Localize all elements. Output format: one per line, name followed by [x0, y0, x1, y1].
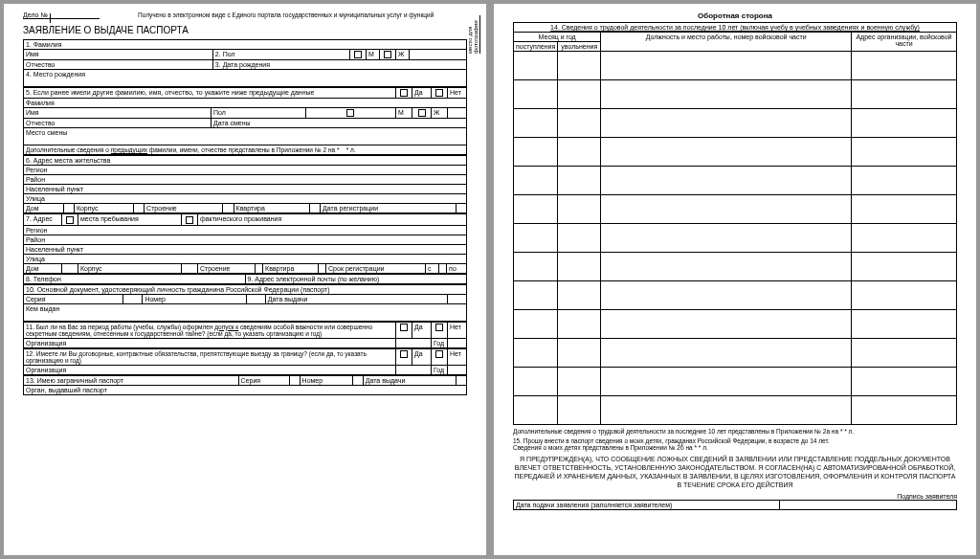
signature-label: Подпись заявителя [513, 493, 957, 500]
addr6-street[interactable]: Улица [24, 194, 467, 204]
sec11-label: 11. Был ли на Вас за период работы (учеб… [24, 322, 396, 338]
addr6-str[interactable] [223, 204, 234, 213]
field-sex-label: 2. Пол [212, 50, 349, 60]
sex-f-label: Ж [396, 50, 410, 60]
section-7-address: 7. Адрес места пребывания фактического п… [23, 213, 467, 273]
prev-sex-label: Пол [212, 108, 306, 119]
phone-label[interactable]: 8. Телефон [24, 274, 246, 283]
addr7-town[interactable]: Населенный пункт [24, 244, 467, 254]
srok-label: Срок регистрации [326, 263, 426, 273]
sec5-no-label: Нет [448, 88, 467, 99]
sec5-no-box[interactable] [432, 88, 448, 99]
field-surname[interactable]: 1. Фамилия [24, 40, 467, 50]
prev-surname[interactable]: Фамилия [24, 99, 467, 108]
addr7-region[interactable]: Регион [24, 225, 467, 235]
addr6-korp[interactable] [133, 204, 144, 213]
addr6-town[interactable]: Населенный пункт [24, 185, 467, 194]
section-13: 13. Имею заграничный паспорт Серия Номер… [23, 375, 467, 395]
page-2-back: Оборотная сторона 14. Сведения о трудово… [494, 4, 976, 555]
warning-declaration: Я ПРЕДУПРЕЖДЕН(А), ЧТО СООБЩЕНИЕ ЛОЖНЫХ … [513, 455, 957, 489]
addr6-datereg[interactable] [456, 204, 466, 213]
section-6-address: 6. Адрес места жительства Регион Район Н… [23, 155, 467, 213]
back-title: Оборотная сторона [513, 11, 957, 20]
prev-sex-m-box[interactable] [305, 108, 395, 119]
sec5-label: 5. Если ранее имели другие фамилию, имя,… [24, 88, 396, 99]
col-start: поступления [514, 42, 558, 52]
addr6-korp-label: Корпус [74, 204, 133, 213]
col-end: увольнения [558, 42, 601, 52]
col-monthyear: Месяц и год [514, 33, 601, 42]
addr7-rayon[interactable]: Район [24, 235, 467, 244]
place-changed[interactable]: Место смены [24, 128, 467, 145]
section-5-table: 5. Если ранее имели другие фамилию, имя,… [23, 87, 467, 155]
dossier-number-label: Дело № [23, 11, 100, 19]
addr7-street[interactable]: Улица [24, 254, 467, 263]
section-11: 11. Был ли на Вас за период работы (учеб… [23, 322, 467, 348]
sec14-extra: Дополнительные сведения о трудовой деяте… [513, 428, 957, 435]
sec5-yes-label: Да [412, 88, 432, 99]
eportal-note: Получено в электронном виде с Единого по… [138, 11, 434, 19]
addr6-house[interactable] [63, 204, 74, 213]
sex-f-checkbox[interactable] [380, 50, 396, 60]
photo-placeholder-label: место для фотографии [467, 15, 480, 54]
field-birthplace[interactable]: 4. Место рождения [24, 70, 467, 87]
date-sub-label: Дата подачи заявления (заполняется заяви… [514, 501, 780, 510]
sec12-label: 12. Имеете ли Вы договорные, контрактные… [24, 348, 396, 365]
issuing-organ[interactable]: Орган, выдавший паспорт [24, 385, 467, 394]
prev-sex-f-box[interactable] [412, 108, 432, 119]
field-firstname[interactable]: Имя [24, 50, 213, 60]
sec7-stay-box[interactable] [62, 214, 78, 225]
section-8-9: 8. Телефон 9. Адрес электронной почты (п… [23, 274, 467, 284]
work-history-table: 14. Сведения о трудовой деятельности за … [513, 22, 957, 425]
submission-date: Дата подачи заявления (заполняется заяви… [513, 500, 957, 510]
sec5-yes-box[interactable] [396, 88, 412, 99]
sec6-label: 6. Адрес места жительства [24, 156, 467, 166]
addr6-rayon[interactable]: Район [24, 175, 467, 185]
prev-patronymic[interactable]: Отчество [24, 119, 212, 128]
col-position: Должность и место работы, номер войсково… [601, 33, 852, 52]
addr6-kv-label: Квартира [234, 204, 309, 213]
sex-m-label: М [367, 50, 380, 60]
issued-by[interactable]: Кем выдан [24, 303, 467, 321]
addr6-kv[interactable] [309, 204, 320, 213]
text-cursor [50, 13, 51, 23]
prev-sex-m-label: М [396, 108, 412, 119]
sec5-extra: Дополнительные сведения о предыдущих фам… [24, 145, 467, 155]
sec7-actual-label: фактического проживания [197, 214, 466, 225]
form-title: ЗАЯВЛЕНИЕ О ВЫДАЧЕ ПАСПОРТА [23, 25, 467, 35]
date-sub-field[interactable] [779, 501, 956, 510]
col-address: Адрес организации, войсковой части [852, 33, 957, 52]
sec10-label: 10. Основной документ, удостоверяющий ли… [24, 284, 467, 294]
addr6-str-label: Строение [145, 204, 223, 213]
sec7-label: 7. Адрес [24, 214, 62, 225]
page-1-front: место для фотографии Дело № Получено в э… [4, 4, 486, 555]
email-label[interactable]: 9. Адрес электронной почты (по желанию) [245, 274, 467, 283]
main-form-table: 1. Фамилия Имя 2. Пол М Ж Отчество 3. Да… [23, 39, 467, 87]
addr6-datereg-label: Дата регистрации [321, 204, 457, 213]
addr6-house-label: Дом [24, 204, 64, 213]
field-patronymic[interactable]: Отчество [24, 60, 213, 70]
sec15-label: 15. Прошу внести в паспорт сведения о мо… [513, 437, 957, 444]
sec14-label: 14. Сведения о трудовой деятельности за … [514, 23, 957, 33]
sec7-stay-label: места пребывания [78, 214, 182, 225]
sec13-label: 13. Имею заграничный паспорт [24, 375, 239, 385]
prev-name[interactable]: Имя [24, 108, 212, 119]
section-10-passport: 10. Основной документ, удостоверяющий ли… [23, 284, 467, 322]
field-dob[interactable]: 3. Дата рождения [212, 60, 466, 70]
addr6-region[interactable]: Регион [24, 166, 467, 175]
prev-sex-f-label: Ж [432, 108, 448, 119]
sex-m-checkbox[interactable] [350, 50, 367, 60]
section-12: 12. Имеете ли Вы договорные, контрактные… [23, 348, 467, 375]
date-changed[interactable]: Дата смены [212, 119, 467, 128]
sec15b-label: Сведения о моих детях представлены в При… [513, 444, 957, 451]
sec7-actual-box[interactable] [181, 214, 197, 225]
